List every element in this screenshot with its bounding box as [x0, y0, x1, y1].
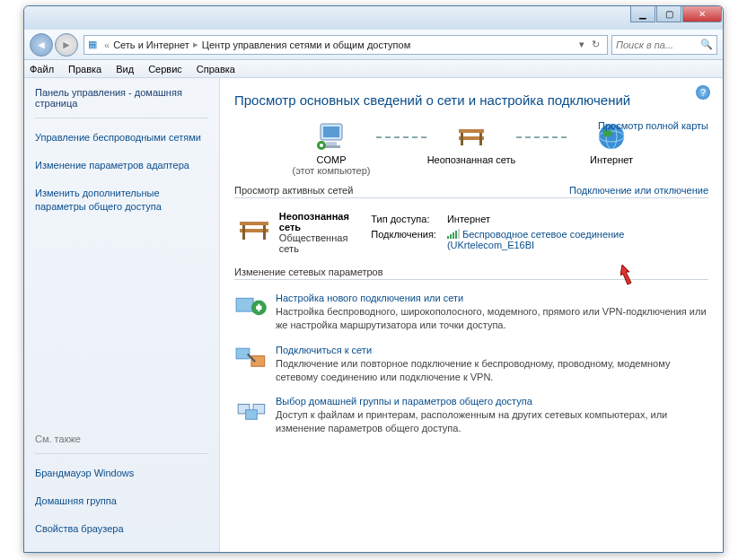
network-name[interactable]: Неопознанная сеть [279, 211, 369, 232]
address-dropdown-icon[interactable]: ▾ [579, 39, 584, 50]
sidebar-item-homegroup[interactable]: Домашняя группа [35, 494, 208, 508]
address-bar-end: ▾ ↻ [576, 39, 603, 50]
svg-rect-1 [323, 127, 339, 137]
option-description: Подключение или повторное подключение к … [276, 357, 708, 384]
svg-rect-26 [236, 348, 250, 359]
full-map-link[interactable]: Просмотр полной карты [598, 120, 708, 131]
menu-tools[interactable]: Сервис [148, 64, 182, 74]
svg-rect-6 [459, 129, 484, 133]
bench-icon [234, 211, 274, 247]
sidebar-see-also: См. также [35, 433, 208, 444]
sidebar-item-wireless[interactable]: Управление беспроводными сетями [35, 131, 208, 144]
svg-rect-19 [453, 232, 454, 239]
new-connection-icon [234, 293, 270, 321]
help-icon[interactable]: ? [696, 85, 710, 100]
window-controls: ▁ ▢ ✕ [630, 6, 723, 22]
svg-rect-20 [455, 231, 457, 239]
maximize-button[interactable]: ▢ [656, 6, 681, 22]
sidebar-item-adapter[interactable]: Изменение параметров адаптера [35, 159, 208, 172]
sidebar-item-firewall[interactable]: Брандмауэр Windows [35, 467, 208, 480]
network-properties: Тип доступа: Интернет Подключения: Беспр… [369, 211, 708, 254]
sidebar: Панель управления - домашняя страница Уп… [24, 78, 220, 552]
svg-rect-13 [240, 222, 268, 225]
navbar: ◄ ► ▦ « Сеть и Интернет ▸ Центр управлен… [24, 30, 723, 60]
option-description: Доступ к файлам и принтерам, расположенн… [276, 408, 708, 435]
svg-rect-30 [246, 409, 258, 419]
svg-rect-18 [450, 234, 452, 239]
connection-name: Беспроводное сетевое соединение (UKrtele… [447, 229, 624, 250]
svg-rect-9 [479, 133, 482, 145]
svg-rect-17 [447, 236, 449, 239]
option-connect-network[interactable]: Подключиться к сети Подключение или повт… [234, 345, 708, 384]
svg-rect-25 [258, 304, 259, 311]
active-networks-label: Просмотр активных сетей [234, 185, 353, 196]
sidebar-home-link[interactable]: Панель управления - домашняя страница [35, 87, 208, 109]
back-button[interactable]: ◄ [30, 33, 53, 57]
refresh-icon[interactable]: ↻ [592, 39, 600, 50]
node-this-computer[interactable]: COMP (этот компьютер) [277, 120, 385, 176]
access-type-value: Интернет [447, 213, 707, 226]
option-new-connection[interactable]: Настройка нового подключения или сети На… [234, 293, 708, 332]
menu-view[interactable]: Вид [116, 64, 134, 74]
node-sublabel: (этот компьютер) [292, 165, 370, 176]
forward-button[interactable]: ► [55, 33, 78, 57]
network-type: Общественная сеть [279, 232, 369, 254]
menu-file[interactable]: Файл [30, 64, 54, 74]
option-title: Подключиться к сети [276, 345, 708, 355]
menu-help[interactable]: Справка [197, 64, 235, 74]
option-title: Выбор домашней группы и параметров общег… [276, 396, 708, 407]
svg-rect-8 [461, 133, 463, 145]
page-title: Просмотр основных сведений о сети и наст… [234, 92, 708, 108]
connections-label: Подключения: [371, 228, 445, 252]
minimize-button[interactable]: ▁ [630, 6, 655, 22]
svg-rect-22 [236, 299, 253, 312]
access-type-label: Тип доступа: [371, 213, 445, 226]
node-label: Неопознанная сеть [427, 154, 516, 165]
breadcrumb-root-sep: « [104, 39, 110, 50]
computer-icon [313, 120, 349, 153]
titlebar: ▁ ▢ ✕ [24, 6, 723, 30]
option-description: Настройка беспроводного, широкополосного… [276, 305, 708, 332]
homegroup-icon [234, 396, 270, 424]
svg-point-5 [320, 144, 323, 147]
svg-rect-21 [458, 229, 460, 239]
active-network-item: Неопознанная сеть Общественная сеть Тип … [234, 211, 708, 254]
node-label: COMP [317, 154, 347, 165]
network-info: Неопознанная сеть Общественная сеть [279, 211, 369, 254]
option-homegroup[interactable]: Выбор домашней группы и параметров общег… [234, 396, 708, 435]
connect-network-icon [234, 345, 270, 373]
menu-edit[interactable]: Правка [68, 64, 101, 74]
connection-link[interactable]: Беспроводное сетевое соединение (UKrtele… [447, 228, 707, 252]
svg-rect-2 [326, 142, 337, 145]
option-title: Настройка нового подключения или сети [276, 293, 708, 303]
bench-icon [453, 120, 489, 153]
search-placeholder: Поиск в па... [616, 39, 673, 50]
svg-rect-15 [242, 225, 245, 240]
address-bar[interactable]: ▦ « Сеть и Интернет ▸ Центр управления с… [83, 35, 608, 55]
change-settings-header: Изменение сетевых параметров [234, 267, 708, 277]
breadcrumb-sep: ▸ [193, 39, 198, 50]
active-networks-header: Просмотр активных сетей Подключение или … [234, 185, 708, 196]
main-content: ? Просмотр основных сведений о сети и на… [220, 78, 723, 552]
window-body: Панель управления - домашняя страница Уп… [24, 78, 723, 552]
close-button[interactable]: ✕ [682, 6, 722, 22]
explorer-window: ▁ ▢ ✕ ◄ ► ▦ « Сеть и Интернет ▸ Центр уп… [23, 5, 724, 553]
sidebar-item-sharing[interactable]: Изменить дополнительные параметры общего… [35, 187, 208, 214]
svg-rect-16 [263, 225, 266, 240]
breadcrumb-item[interactable]: Центр управления сетями и общим доступом [202, 39, 410, 50]
node-label: Интернет [590, 154, 633, 165]
signal-icon [447, 229, 460, 239]
sidebar-item-browser[interactable]: Свойства браузера [35, 522, 208, 536]
control-panel-icon: ▦ [88, 39, 97, 50]
search-input[interactable]: Поиск в па... 🔍 [611, 35, 717, 55]
breadcrumb-item[interactable]: Сеть и Интернет [113, 39, 189, 50]
connect-disconnect-link[interactable]: Подключение или отключение [569, 185, 708, 196]
menubar: Файл Правка Вид Сервис Справка [24, 60, 723, 78]
network-map: Просмотр полной карты COMP (этот компьют… [234, 120, 708, 176]
node-unidentified[interactable]: Неопознанная сеть [417, 120, 525, 165]
search-icon: 🔍 [700, 39, 713, 50]
